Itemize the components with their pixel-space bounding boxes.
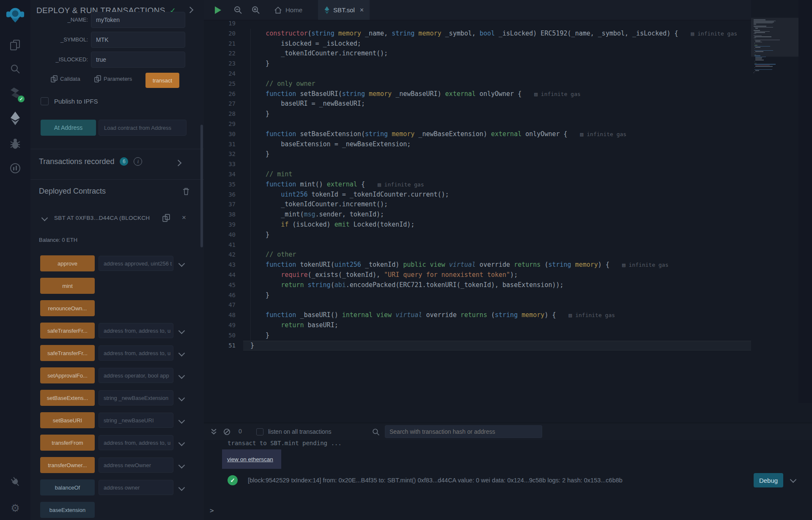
line-number: 49 [204,320,236,331]
infinite-gas-hint: ▤ infinite gas [569,312,615,318]
etherscan-link-block: view on etherscan [222,449,281,469]
tab-home[interactable]: Home [268,0,308,20]
expand-params-chevron-icon[interactable] [178,440,185,446]
expand-params-chevron-icon[interactable] [178,417,185,424]
expand-params-chevron-icon[interactable] [178,372,185,379]
function-params-input[interactable]: string _newBaseExtension [99,390,173,405]
terminal-prompt[interactable]: > [210,506,214,515]
function-params-input[interactable]: address from, address to, u [99,323,173,338]
contract-expand-chevron-icon[interactable] [41,215,48,222]
search-icon[interactable] [0,59,30,79]
debugger-icon[interactable] [0,134,30,154]
info-icon[interactable]: i [134,157,142,166]
pending-transaction-line: transact to SBT.mint pending ... [228,440,342,446]
run-script-play-icon[interactable] [215,6,221,14]
publish-ipfs-checkbox[interactable] [41,97,49,105]
transact-button[interactable]: transact [145,73,179,88]
function-button[interactable]: safeTransferFr... [40,323,95,339]
function-row: transferOwner...address newOwner [30,457,204,479]
function-row: setBaseURIstring _newBaseURI [30,412,204,435]
function-button[interactable]: setApprovalFo... [40,367,95,383]
function-button[interactable]: safeTransferFr... [40,345,95,361]
infinite-gas-hint: ▤ infinite gas [534,91,581,97]
line-number: 29 [204,119,236,129]
code-line: _mint(msg.sender, tokenId); [243,210,751,220]
remove-contract-icon[interactable]: × [182,213,186,222]
function-button[interactable]: approve [40,255,95,271]
function-params-input[interactable]: address approved, uint256 t [99,256,173,271]
listen-all-transactions-checkbox[interactable] [256,428,263,435]
code-line: } [243,290,751,301]
solidity-compiler-icon[interactable]: ✓ [0,83,30,103]
infinite-gas-hint: ▤ infinite gas [378,181,424,188]
line-number: 33 [204,159,236,170]
function-button[interactable]: transferFrom [40,435,95,451]
tab-sbt-sol[interactable]: SBT.sol × [318,0,370,20]
clear-console-icon[interactable] [223,428,230,435]
line-number: 39 [204,220,236,230]
field-input-islocked[interactable] [91,52,185,68]
line-number: 22 [204,49,236,59]
function-button[interactable]: transferOwner... [40,457,95,473]
zoom-out-icon[interactable] [233,5,243,15]
view-on-etherscan-link[interactable]: view on etherscan [227,456,273,463]
line-number: 27 [204,99,236,109]
line-number: 40 [204,230,236,240]
terminal: 0 listen on all transactions transact to… [204,423,812,520]
expand-terminal-chevrons-icon[interactable] [211,428,217,435]
line-number: 44 [204,270,236,280]
expand-params-chevron-icon[interactable] [178,260,185,267]
code-editor[interactable]: constructor(string memory _name, string … [243,19,751,350]
transaction-log-row[interactable]: ✓ [block:9542529 txIndex:14] from: 0x20E… [204,472,812,490]
function-button[interactable]: setBaseURI [40,412,95,428]
at-address-button[interactable]: At Address [41,120,96,136]
function-button[interactable]: balanceOf [40,479,95,495]
function-params-input[interactable]: string _newBaseURI [99,413,173,428]
field-input-symbol[interactable] [91,32,185,48]
trash-icon[interactable] [183,188,189,195]
remix-logo[interactable] [0,5,30,25]
function-button[interactable]: mint [40,278,95,294]
icon-bar: ✓ ⚙ [0,0,31,520]
plug-icon[interactable] [0,472,30,492]
plugin-manager-icon[interactable] [0,158,30,178]
function-params-input[interactable]: address from, address to, u [99,435,173,450]
constructor-field-row: _ISLOCKED: [30,52,204,68]
terminal-search-input[interactable] [385,425,542,438]
debug-button[interactable]: Debug [754,473,783,487]
minimap-line [754,23,773,24]
minimap[interactable] [751,0,798,403]
minimap-line [754,27,773,28]
transactions-count-badge: 6 [120,157,128,166]
copy-address-icon[interactable] [162,214,170,222]
file-explorer-icon[interactable] [0,35,30,55]
expand-params-chevron-icon[interactable] [178,350,185,357]
zoom-in-icon[interactable] [251,5,261,15]
expand-params-chevron-icon[interactable] [178,328,185,334]
minimap-line [754,45,757,46]
code-line: } [243,59,751,69]
deploy-run-icon[interactable] [0,108,30,129]
transactions-expand-chevron-icon[interactable] [175,160,182,167]
expand-params-chevron-icon[interactable] [178,484,185,491]
remix-ide: ✓ ⚙ DEPLOY & [0,0,812,520]
expand-params-chevron-icon[interactable] [178,395,185,402]
function-button[interactable]: baseExtension [40,502,95,518]
at-address-input[interactable]: Load contract from Address [99,120,187,136]
function-button[interactable]: renounceOwn... [40,300,95,316]
editor-tabbar: Home SBT.sol × [204,0,812,20]
deployed-contract-row[interactable]: SBT AT 0XFB3...D44CA (BLOCKCH × [30,211,204,226]
function-button[interactable]: setBaseExtens... [40,390,95,406]
close-tab-icon[interactable]: × [360,6,364,14]
side-panel-scrollbar[interactable] [200,125,203,247]
function-params-input[interactable]: address operator, bool app [99,368,173,383]
settings-gear-icon[interactable]: ⚙ [0,498,30,518]
editor-scrollbar-track[interactable] [798,0,812,403]
tx-expand-chevron-icon[interactable] [790,476,797,483]
field-input-name[interactable] [91,12,185,28]
function-params-input[interactable]: address newOwner [99,457,173,473]
expand-params-chevron-icon[interactable] [178,462,185,469]
tx-summary: [block:9542529 txIndex:14] from: 0x20E..… [248,477,623,484]
function-params-input[interactable]: address owner [99,480,173,495]
function-params-input[interactable]: address from, address to, u [99,345,173,361]
